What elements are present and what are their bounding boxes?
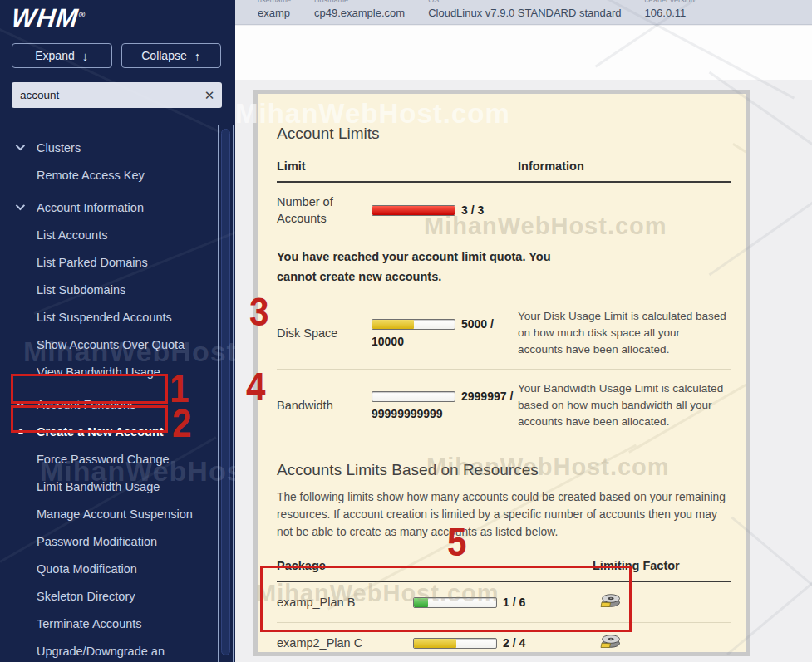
topbar-username: username examp [258,0,291,20]
whm-logo: WHM® [10,3,87,33]
info-text: Your Disk Usage Limit is calculated base… [518,308,731,358]
column-header-limiting-factor: Limiting Factor [593,559,680,572]
expand-button[interactable]: Expand ↓ [12,43,112,68]
limit-label: Bandwidth [277,397,372,414]
progress-bar [372,319,455,330]
page-title: Account Limits [277,125,731,143]
chevron-down-icon [16,398,25,407]
content-background [235,26,812,80]
sidebar-item-account-information[interactable]: Account Information [0,194,218,221]
chevron-down-icon [16,201,25,210]
sidebar-item-upgrade-downgrade-account[interactable]: Upgrade/Downgrade an Account [0,637,218,662]
topbar-hostname-label: Hostname [314,0,405,4]
topbar-os: OS CloudLinux v7.9.0 STANDARD standard [428,0,621,20]
arrow-down-icon: ↓ [82,49,89,63]
progress-bar [372,391,455,402]
limit-label: Disk Space [277,325,372,341]
progress-bar [372,205,455,216]
progress-bar [413,638,497,649]
limit-row-disk: Disk Space 5000 / 10000 Your Disk Usage … [277,297,731,370]
chevron-down-icon [16,141,25,150]
package-row: examp2_Plan C 2 / 4 [277,623,731,656]
collapse-button-label: Collapse [141,49,186,62]
search-box: ✕ [12,82,222,108]
progress-fill [372,320,414,329]
sidebar-item-manage-account-suspension[interactable]: Manage Account Suspension [0,500,218,527]
topbar-username-label: username [258,0,291,4]
decor-line [732,143,750,330]
disk-icon [599,592,621,609]
sidebar-item-list-accounts[interactable]: List Accounts [0,221,218,248]
column-header-information: Information [518,159,584,173]
topbar: username examp Hostname cp49.example.com… [235,0,812,25]
sidebar-item-terminate-accounts[interactable]: Terminate Accounts [0,610,218,637]
limit-row-bandwidth: Bandwidth 2999997 / 99999999999 Your Ban… [277,370,731,441]
sidebar-scrollbar[interactable] [218,125,234,662]
column-header-limit: Limit [277,159,518,173]
sidebar-item-limit-bandwidth-usage[interactable]: Limit Bandwidth Usage [0,473,218,500]
progress-fill [414,639,456,648]
clear-search-icon[interactable]: ✕ [197,88,222,103]
scrollbar-thumb[interactable] [221,129,230,655]
sidebar: WHM® Expand ↓ Collapse ↑ ✕ Clusters Remo… [0,0,235,662]
column-header-package: Package [277,559,593,572]
account-limits-panel: Account Limits Limit Information Number … [253,90,750,656]
sidebar-item-create-a-new-account[interactable]: Create a New Account [0,418,218,445]
limit-row-accounts: Number of Accounts 3 / 3 [277,183,731,238]
limits-table-header: Limit Information [277,143,731,183]
sidebar-nav: Clusters Remote Access Key Account Infor… [0,125,218,662]
section-title: Accounts Limits Based on Resources [277,461,731,479]
active-bullet-icon [18,429,23,434]
expand-button-label: Expand [35,49,74,62]
info-text: Your Bandwidth Usage Limit is calculated… [518,380,731,430]
search-input[interactable] [12,89,197,101]
limit-value: 3 / 3 [461,204,484,217]
sidebar-item-list-subdomains[interactable]: List Subdomains [0,276,218,303]
packages-table-header: Package Limiting Factor [277,541,731,582]
sidebar-item-force-password-change[interactable]: Force Password Change [0,445,218,473]
decor-line [0,19,221,134]
sidebar-item-password-modification[interactable]: Password Modification [0,527,218,555]
collapse-button[interactable]: Collapse ↑ [121,43,222,68]
warning-text: You have reached your account limit quot… [277,238,551,297]
sidebar-item-show-accounts-over-quota[interactable]: Show Accounts Over Quota [0,331,218,358]
progress-fill [414,598,428,607]
sidebar-item-view-bandwidth-usage[interactable]: View Bandwidth Usage [0,358,218,385]
topbar-os-label: OS [428,0,621,4]
sidebar-item-list-suspended-accounts[interactable]: List Suspended Accounts [0,303,218,331]
progress-fill [372,206,455,215]
topbar-version-label: cPanel Version [645,0,695,4]
sidebar-item-clusters[interactable]: Clusters [0,134,218,161]
sidebar-item-list-parked-domains[interactable]: List Parked Domains [0,248,218,276]
package-value: 1 / 6 [503,596,525,609]
package-name: examp2_Plan C [277,636,413,650]
sidebar-item-quota-modification[interactable]: Quota Modification [0,555,218,582]
sidebar-item-remote-access-key[interactable]: Remote Access Key [0,161,218,189]
progress-bar [413,597,497,608]
disk-icon [599,633,621,650]
arrow-up-icon: ↑ [194,49,201,63]
topbar-cpanel-version: cPanel Version 106.0.11 [645,0,695,20]
topbar-hostname: Hostname cp49.example.com [314,0,405,20]
sidebar-item-skeleton-directory[interactable]: Skeleton Directory [0,582,218,610]
section-description: The following limits show how many accou… [277,488,731,541]
sidebar-item-account-functions[interactable]: Account Functions [0,390,218,418]
limit-label: Number of Accounts [277,194,372,227]
package-value: 2 / 4 [503,636,525,650]
package-name: examp_Plan B [277,596,413,609]
package-row: examp_Plan B 1 / 6 [277,582,731,623]
